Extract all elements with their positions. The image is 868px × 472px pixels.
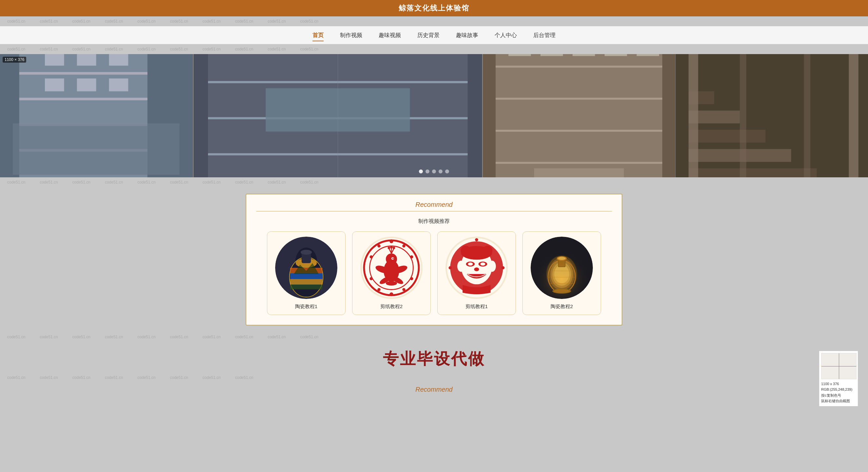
- svg-point-105: [474, 267, 479, 271]
- carousel-dot-5[interactable]: [445, 170, 449, 173]
- watermark-row-4: code51.cn code51.cn code51.cn code51.cn …: [0, 332, 868, 342]
- color-picker-copy: 按c复制色号: [821, 393, 856, 399]
- svg-rect-47: [688, 130, 766, 143]
- nav-item-home[interactable]: 首页: [312, 30, 323, 41]
- svg-point-103: [468, 263, 473, 266]
- svg-rect-41: [534, 168, 624, 177]
- svg-point-112: [501, 266, 505, 269]
- svg-rect-39: [604, 54, 627, 56]
- svg-rect-60: [290, 273, 322, 279]
- color-picker-size: 1100 x 376: [821, 381, 856, 387]
- recommend-title: Recommend: [256, 201, 612, 208]
- color-picker-rgb: RGB:(255,248,239): [821, 387, 856, 393]
- recommend-divider: [256, 211, 612, 211]
- carousel-size-label: 1100 × 376: [3, 57, 26, 63]
- svg-point-90: [402, 288, 405, 291]
- product-card-4[interactable]: 陶瓷教程2: [522, 231, 601, 315]
- product-card-3[interactable]: 剪纸教程1: [437, 231, 516, 315]
- carousel-dot-2[interactable]: [426, 170, 429, 173]
- bottom-banner: 专业毕设代做: [0, 342, 868, 373]
- carousel-image-3: [483, 54, 676, 177]
- svg-point-88: [410, 255, 413, 259]
- recommend-subtitle: 制作视频推荐: [256, 218, 612, 225]
- svg-rect-50: [688, 54, 698, 177]
- svg-rect-10: [45, 78, 64, 91]
- recommend-section: Recommend 制作视频推荐: [246, 194, 622, 325]
- svg-rect-11: [77, 78, 96, 91]
- product-name-4: 陶瓷教程2: [551, 303, 573, 310]
- svg-rect-33: [496, 98, 662, 100]
- svg-rect-12: [109, 78, 128, 91]
- svg-rect-4: [19, 98, 147, 100]
- svg-point-65: [301, 250, 312, 255]
- svg-rect-38: [572, 54, 595, 56]
- svg-rect-45: [688, 168, 816, 177]
- color-picker-clip: 鼠标右键自由截图: [821, 398, 856, 404]
- svg-rect-51: [849, 54, 858, 177]
- carousel-dot-1[interactable]: [419, 170, 423, 173]
- product-card-1[interactable]: 陶瓷教程1: [267, 231, 346, 315]
- product-image-3: [445, 237, 508, 299]
- watermark-row-2: code51.cn code51.cn code51.cn code51.cn …: [0, 44, 868, 54]
- svg-rect-36: [508, 54, 531, 56]
- product-name-3: 剪纸教程1: [465, 303, 488, 310]
- carousel-image-4: [676, 54, 868, 177]
- product-name-2: 剪纸教程2: [380, 303, 403, 310]
- svg-point-94: [370, 255, 373, 259]
- svg-rect-40: [637, 54, 659, 56]
- svg-point-95: [377, 244, 381, 248]
- svg-point-111: [449, 266, 452, 269]
- header-title: 鲸落文化线上体验馆: [399, 3, 469, 13]
- carousel-dot-3[interactable]: [432, 170, 436, 173]
- nav-item-production[interactable]: 制作视频: [340, 30, 362, 41]
- nav-items: 首页 制作视频 趣味视频 历史背景 趣味故事 个人中心 后台管理: [312, 30, 556, 41]
- bottom-banner-text: 专业毕设代做: [383, 350, 485, 367]
- svg-point-109: [483, 246, 492, 256]
- svg-rect-14: [13, 123, 180, 175]
- carousel-dot-4[interactable]: [439, 170, 442, 173]
- svg-point-107: [488, 261, 496, 272]
- svg-point-83: [390, 246, 393, 249]
- svg-rect-7: [45, 54, 64, 65]
- nav-bar: 首页 制作视频 趣味视频 历史背景 趣味故事 个人中心 后台管理: [0, 26, 868, 44]
- crosshair-display: [821, 353, 857, 379]
- recommend-label-bottom: Recommend: [415, 386, 452, 393]
- svg-point-74: [393, 258, 394, 259]
- svg-rect-61: [290, 279, 322, 285]
- svg-rect-34: [496, 130, 662, 132]
- product-image-2: [360, 237, 423, 299]
- svg-point-93: [370, 277, 373, 281]
- nav-item-story[interactable]: 趣味故事: [456, 30, 478, 41]
- product-grid: 陶瓷教程1: [256, 231, 612, 315]
- color-picker-popup: 1100 x 376 RGB:(255,248,239) 按c复制色号 鼠标右键…: [819, 351, 858, 407]
- svg-point-85: [393, 246, 395, 249]
- nav-item-fun-video[interactable]: 趣味视频: [379, 30, 401, 41]
- svg-point-108: [461, 246, 471, 256]
- product-image-4: [531, 237, 593, 299]
- svg-rect-37: [540, 54, 563, 56]
- svg-point-110: [475, 238, 478, 242]
- header: 鲸落文化线上体验馆: [0, 0, 868, 17]
- carousel-dots: [419, 170, 449, 173]
- svg-point-106: [457, 261, 465, 272]
- svg-point-92: [377, 288, 381, 291]
- product-card-2[interactable]: 剪纸教程2: [352, 231, 431, 315]
- product-name-1: 陶瓷教程1: [295, 303, 317, 310]
- crosshair-vertical: [839, 353, 839, 379]
- svg-point-77: [386, 281, 397, 286]
- nav-item-admin[interactable]: 后台管理: [533, 30, 556, 41]
- svg-rect-32: [496, 65, 662, 67]
- svg-rect-35: [496, 162, 662, 164]
- svg-rect-3: [19, 72, 147, 75]
- nav-item-history[interactable]: 历史背景: [417, 30, 440, 41]
- svg-point-86: [390, 240, 393, 243]
- product-image-1: [275, 237, 337, 299]
- svg-rect-8: [77, 54, 96, 65]
- carousel-images: [0, 54, 868, 177]
- svg-rect-9: [109, 54, 128, 65]
- svg-rect-62: [290, 285, 322, 289]
- svg-point-104: [480, 263, 485, 266]
- carousel: 1100 × 376: [0, 54, 868, 177]
- nav-item-profile[interactable]: 个人中心: [495, 30, 517, 41]
- svg-point-81: [388, 246, 391, 249]
